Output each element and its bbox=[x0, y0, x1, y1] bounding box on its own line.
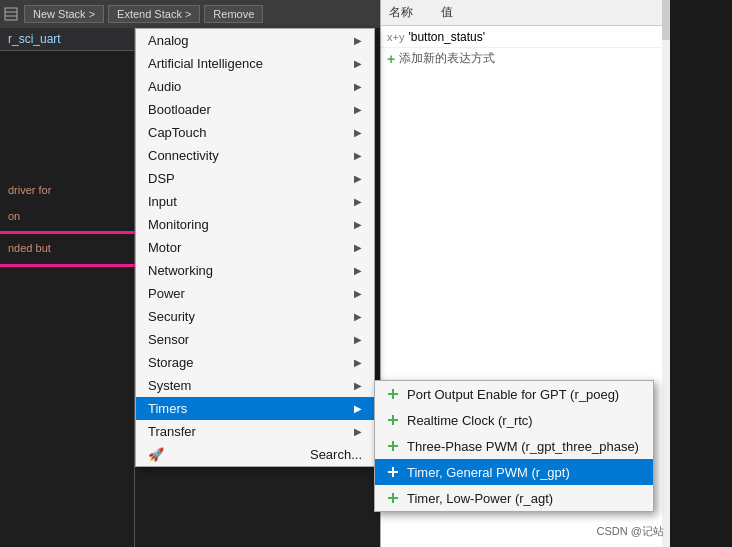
menu-item-label: Power bbox=[148, 286, 185, 301]
menu-item-sensor[interactable]: Sensor▶ bbox=[136, 328, 374, 351]
menu-item-label: Search... bbox=[310, 447, 362, 462]
menu-item-connectivity[interactable]: Connectivity▶ bbox=[136, 144, 374, 167]
menu-item-label: Security bbox=[148, 309, 195, 324]
code-text-line3: nded but bbox=[0, 236, 135, 262]
menu-item-label: Audio bbox=[148, 79, 181, 94]
submenu-arrow-icon: ▶ bbox=[354, 58, 362, 69]
bottom-area: driver for on nded but bbox=[0, 178, 135, 269]
menu-item-label: Timers bbox=[148, 401, 187, 416]
menu-item-timers[interactable]: Timers▶ bbox=[136, 397, 374, 420]
right-panel-header: 名称 值 bbox=[381, 0, 670, 26]
code-text-line1: driver for bbox=[0, 178, 135, 204]
svg-rect-8 bbox=[392, 441, 394, 451]
col-value-header: 值 bbox=[437, 2, 457, 23]
menu-item-label: Transfer bbox=[148, 424, 196, 439]
menu-item-system[interactable]: System▶ bbox=[136, 374, 374, 397]
menu-item-storage[interactable]: Storage▶ bbox=[136, 351, 374, 374]
stack-icon bbox=[4, 7, 18, 21]
code-text-line2: on bbox=[0, 204, 135, 230]
menu-item-power[interactable]: Power▶ bbox=[136, 282, 374, 305]
pink-bar-2 bbox=[0, 264, 135, 267]
menu-item-label: Analog bbox=[148, 33, 188, 48]
menu-item-analog[interactable]: Analog▶ bbox=[136, 29, 374, 52]
add-icon: + bbox=[387, 51, 395, 67]
code-label: r_sci_uart bbox=[0, 28, 134, 51]
submenu-item-timer--general-pwm--r-gpt-[interactable]: Timer, General PWM (r_gpt) bbox=[375, 459, 653, 485]
submenu-arrow-icon: ▶ bbox=[354, 334, 362, 345]
component-icon bbox=[385, 464, 401, 480]
submenu-item-three-phase-pwm--r-gpt-three-p[interactable]: Three-Phase PWM (r_gpt_three_phase) bbox=[375, 433, 653, 459]
pink-bar bbox=[0, 231, 135, 234]
submenu-arrow-icon: ▶ bbox=[354, 127, 362, 138]
menu-item-bootloader[interactable]: Bootloader▶ bbox=[136, 98, 374, 121]
svg-rect-0 bbox=[5, 8, 17, 20]
menu-item-artificial-intelligence[interactable]: Artificial Intelligence▶ bbox=[136, 52, 374, 75]
submenu-item-label: Timer, Low-Power (r_agt) bbox=[407, 491, 553, 506]
watermark: CSDN @记站 bbox=[597, 524, 664, 539]
submenu-arrow-icon: ▶ bbox=[354, 104, 362, 115]
toolbar: New Stack > Extend Stack > Remove bbox=[0, 0, 380, 28]
menu-item-monitoring[interactable]: Monitoring▶ bbox=[136, 213, 374, 236]
menu-item-captouch[interactable]: CapTouch▶ bbox=[136, 121, 374, 144]
dark-right-panel bbox=[670, 0, 732, 547]
menu-item-audio[interactable]: Audio▶ bbox=[136, 75, 374, 98]
svg-rect-4 bbox=[392, 389, 394, 399]
add-label: 添加新的表达方式 bbox=[399, 50, 495, 67]
menu-item-label: System bbox=[148, 378, 191, 393]
menu-item-input[interactable]: Input▶ bbox=[136, 190, 374, 213]
new-stack-button[interactable]: New Stack > bbox=[24, 5, 104, 23]
menu-item-label: Storage bbox=[148, 355, 194, 370]
submenu-item-realtime-clock--r-rtc-[interactable]: Realtime Clock (r_rtc) bbox=[375, 407, 653, 433]
menu-item-transfer[interactable]: Transfer▶ bbox=[136, 420, 374, 443]
submenu-arrow-icon: ▶ bbox=[354, 426, 362, 437]
svg-rect-10 bbox=[392, 467, 394, 477]
menu-item-search---[interactable]: 🚀Search... bbox=[136, 443, 374, 466]
submenu-arrow-icon: ▶ bbox=[354, 173, 362, 184]
remove-button[interactable]: Remove bbox=[204, 5, 263, 23]
menu-item-label: Motor bbox=[148, 240, 181, 255]
submenu-item-label: Realtime Clock (r_rtc) bbox=[407, 413, 533, 428]
submenu-arrow-icon: ▶ bbox=[354, 150, 362, 161]
menu-item-security[interactable]: Security▶ bbox=[136, 305, 374, 328]
submenu-arrow-icon: ▶ bbox=[354, 311, 362, 322]
menu-item-label: CapTouch bbox=[148, 125, 207, 140]
scrollbar-track[interactable] bbox=[662, 0, 670, 547]
component-icon bbox=[385, 438, 401, 454]
submenu-arrow-icon: ▶ bbox=[354, 35, 362, 46]
menu-item-label: Networking bbox=[148, 263, 213, 278]
submenu-arrow-icon: ▶ bbox=[354, 242, 362, 253]
search-icon: 🚀 bbox=[148, 447, 164, 462]
scrollbar-thumb bbox=[662, 0, 670, 40]
main-dropdown-menu: Analog▶Artificial Intelligence▶Audio▶Boo… bbox=[135, 28, 375, 467]
component-icon bbox=[385, 490, 401, 506]
menu-item-dsp[interactable]: DSP▶ bbox=[136, 167, 374, 190]
menu-item-networking[interactable]: Networking▶ bbox=[136, 259, 374, 282]
expr-icon: x+y bbox=[387, 31, 404, 43]
add-expression-row[interactable]: + 添加新的表达方式 bbox=[381, 48, 670, 69]
svg-rect-12 bbox=[392, 493, 394, 503]
menu-item-label: Input bbox=[148, 194, 177, 209]
menu-item-label: Sensor bbox=[148, 332, 189, 347]
submenu-arrow-icon: ▶ bbox=[354, 288, 362, 299]
submenu-arrow-icon: ▶ bbox=[354, 265, 362, 276]
svg-rect-6 bbox=[392, 415, 394, 425]
submenu-item-port-output-enable-for-gpt--r-[interactable]: Port Output Enable for GPT (r_poeg) bbox=[375, 381, 653, 407]
component-icon bbox=[385, 412, 401, 428]
submenu-arrow-icon: ▶ bbox=[354, 196, 362, 207]
component-icon bbox=[385, 386, 401, 402]
submenu-arrow-icon: ▶ bbox=[354, 403, 362, 414]
menu-item-motor[interactable]: Motor▶ bbox=[136, 236, 374, 259]
submenu-arrow-icon: ▶ bbox=[354, 357, 362, 368]
col-name-header: 名称 bbox=[385, 2, 417, 23]
submenu-item-timer--low-power--r-agt-[interactable]: Timer, Low-Power (r_agt) bbox=[375, 485, 653, 511]
menu-item-label: Connectivity bbox=[148, 148, 219, 163]
submenu-arrow-icon: ▶ bbox=[354, 81, 362, 92]
submenu-item-label: Port Output Enable for GPT (r_poeg) bbox=[407, 387, 619, 402]
menu-item-label: Artificial Intelligence bbox=[148, 56, 263, 71]
property-row-1: x+y 'button_status' bbox=[381, 26, 670, 48]
prop-name-1: 'button_status' bbox=[408, 30, 536, 44]
submenu-item-label: Three-Phase PWM (r_gpt_three_phase) bbox=[407, 439, 639, 454]
timers-submenu: Port Output Enable for GPT (r_poeg)Realt… bbox=[374, 380, 654, 512]
submenu-arrow-icon: ▶ bbox=[354, 380, 362, 391]
extend-stack-button[interactable]: Extend Stack > bbox=[108, 5, 200, 23]
